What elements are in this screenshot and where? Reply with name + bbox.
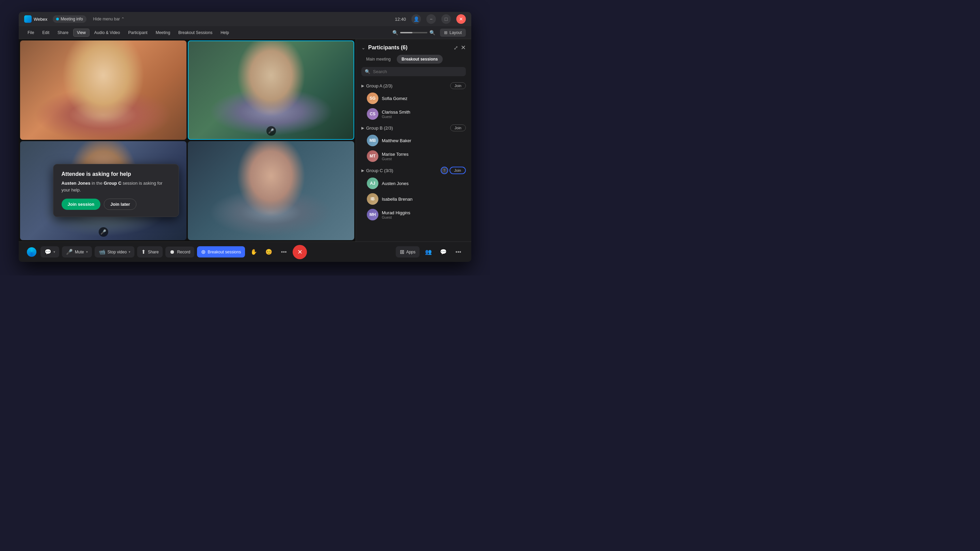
app-window: Webex Meeting info Hide menu bar ⌃ 12:40… — [19, 12, 471, 262]
participant-murad: MH Murad Higgins Guest — [361, 207, 466, 222]
toolbar: 💬 ▾ 🎤 Mute ▾ 📹 Stop video ▾ ⬆ Share ⏺ Re… — [19, 241, 471, 262]
menu-participant[interactable]: Participant — [125, 29, 151, 37]
participant-marise: MT Marise Torres Guest — [361, 148, 466, 164]
layout-icon: ⊞ — [444, 30, 447, 35]
notification-person: Austen Jones — [62, 181, 91, 186]
participants-panel: ⌄ Participants (6) ⤢ ✕ Main meeting Brea… — [356, 39, 471, 241]
webex-icon — [24, 15, 32, 23]
menu-view[interactable]: View — [73, 29, 89, 37]
group-b-join-button[interactable]: Join — [450, 124, 466, 131]
menu-share[interactable]: Share — [54, 29, 72, 37]
menu-breakout-sessions[interactable]: Breakout Sessions — [175, 29, 216, 37]
share-icon: ⬆ — [141, 249, 146, 255]
participant-name-sofia: Sofia Gomez — [382, 96, 466, 101]
minimize-button[interactable]: − — [426, 14, 436, 24]
menu-edit[interactable]: Edit — [39, 29, 53, 37]
participant-clarissa: CS Clarissa Smith Guest — [361, 106, 466, 122]
video-cell-1 — [20, 40, 186, 140]
share-label: Share — [148, 250, 159, 254]
recording-dot — [56, 18, 59, 21]
join-later-button[interactable]: Join later — [104, 198, 137, 210]
group-a-join-button[interactable]: Join — [450, 82, 466, 89]
webex-orb-button[interactable] — [25, 246, 38, 258]
meeting-info-button[interactable]: Meeting info — [53, 15, 86, 23]
participant-role-clarissa: Guest — [382, 114, 466, 119]
reactions-button[interactable]: 😊 — [263, 246, 275, 258]
raise-hand-button[interactable]: ✋ — [248, 246, 260, 258]
layout-button[interactable]: ⊞ Layout — [440, 29, 466, 37]
apps-label: Apps — [406, 250, 415, 254]
notification-popup: Attendee is asking for help Austen Jones… — [53, 164, 179, 217]
microphone-icon: 🎤 — [66, 249, 73, 255]
notification-body: Austen Jones in the Group C session is a… — [62, 180, 170, 193]
notification-body-middle: in the — [91, 181, 104, 186]
end-call-button[interactable]: ✕ — [293, 245, 307, 259]
video-cell-2: 🎤 — [188, 40, 354, 140]
hide-menu-bar[interactable]: Hide menu bar ⌃ — [93, 17, 125, 21]
menu-help[interactable]: Help — [217, 29, 232, 37]
panel-close-button[interactable]: ✕ — [461, 44, 466, 51]
mute-button[interactable]: 🎤 Mute ▾ — [62, 246, 92, 257]
record-icon: ⏺ — [169, 249, 175, 255]
group-c-row[interactable]: ▶ Group C (3/3) ? Join — [361, 164, 466, 176]
group-c-join-button[interactable]: Join — [450, 167, 466, 174]
video-dropdown: ▾ — [129, 250, 130, 254]
search-input[interactable] — [373, 69, 463, 74]
join-session-button[interactable]: Join session — [62, 198, 101, 210]
notification-title: Attendee is asking for help — [62, 171, 170, 177]
zoom-in-button[interactable]: 🔍 — [430, 30, 435, 35]
video-cell-3: Attendee is asking for help Austen Jones… — [20, 141, 186, 240]
groups-list: ▶ Group A (2/3) Join SG Sofia Gomez CS — [356, 79, 471, 241]
more-right-button[interactable]: ••• — [452, 246, 465, 258]
participant-video-4 — [188, 141, 354, 240]
notification-group: Group C — [104, 181, 121, 186]
tab-breakout-sessions[interactable]: Breakout sessions — [397, 55, 443, 64]
group-b-name: Group B (2/3) — [366, 125, 450, 130]
chat-dropdown: ▾ — [53, 250, 55, 254]
participant-name-austen: Austen Jones — [382, 181, 466, 186]
more-options-button[interactable]: ••• — [278, 246, 290, 258]
group-b-row[interactable]: ▶ Group B (2/3) Join — [361, 122, 466, 133]
chat-button[interactable]: 💬 ▾ — [40, 246, 59, 257]
participant-austen: AJ Austen Jones — [361, 176, 466, 191]
breakout-sessions-button[interactable]: ⊛ Breakout sessions — [197, 246, 245, 257]
close-button[interactable]: ✕ — [456, 14, 466, 24]
avatar-isabella: IB — [367, 193, 379, 205]
hide-menu-label: Hide menu bar — [93, 17, 120, 21]
panel-collapse-icon: ⌄ — [361, 45, 366, 50]
apps-button[interactable]: ⊞ Apps — [396, 246, 420, 257]
avatar-sofia: SG — [367, 92, 379, 104]
menu-meeting[interactable]: Meeting — [152, 29, 173, 37]
participant-name-matthew: Matthew Baker — [382, 138, 466, 143]
menu-audio-video[interactable]: Audio & Video — [91, 29, 124, 37]
record-button[interactable]: ⏺ Record — [165, 246, 194, 257]
zoom-slider[interactable] — [400, 32, 427, 33]
group-b-chevron: ▶ — [361, 126, 364, 130]
panel-title: Participants (6) — [368, 44, 451, 51]
chevron-up-icon: ⌃ — [121, 17, 124, 21]
group-a-row[interactable]: ▶ Group A (2/3) Join — [361, 79, 466, 91]
account-button[interactable]: 👤 — [411, 14, 421, 24]
search-bar: 🔍 — [361, 67, 466, 76]
tab-main-meeting[interactable]: Main meeting — [361, 55, 395, 64]
avatar-clarissa: CS — [367, 108, 379, 120]
avatar-murad: MH — [367, 209, 379, 221]
main-content: 🎤 Attendee is asking for help Austen Jon… — [19, 39, 471, 241]
video-cell-4 — [188, 141, 354, 240]
video-icon: 📹 — [99, 249, 105, 255]
stop-video-button[interactable]: 📹 Stop video ▾ — [95, 246, 135, 257]
maximize-button[interactable]: □ — [441, 14, 451, 24]
webex-logo: Webex — [24, 15, 47, 23]
notification-actions: Join session Join later — [62, 198, 170, 210]
zoom-out-button[interactable]: 🔍 — [392, 30, 398, 35]
group-c-chevron: ▶ — [361, 168, 364, 173]
chat-bubble-button[interactable]: 💬 — [437, 246, 450, 258]
share-button[interactable]: ⬆ Share — [137, 246, 163, 257]
participant-sofia: SG Sofia Gomez — [361, 91, 466, 106]
panel-popout-button[interactable]: ⤢ — [453, 44, 458, 51]
menu-file[interactable]: File — [24, 29, 37, 37]
participants-button[interactable]: 👥 — [422, 246, 434, 258]
stop-video-label: Stop video — [108, 250, 127, 254]
search-icon: 🔍 — [365, 69, 370, 74]
video-grid: 🎤 Attendee is asking for help Austen Jon… — [19, 39, 356, 241]
